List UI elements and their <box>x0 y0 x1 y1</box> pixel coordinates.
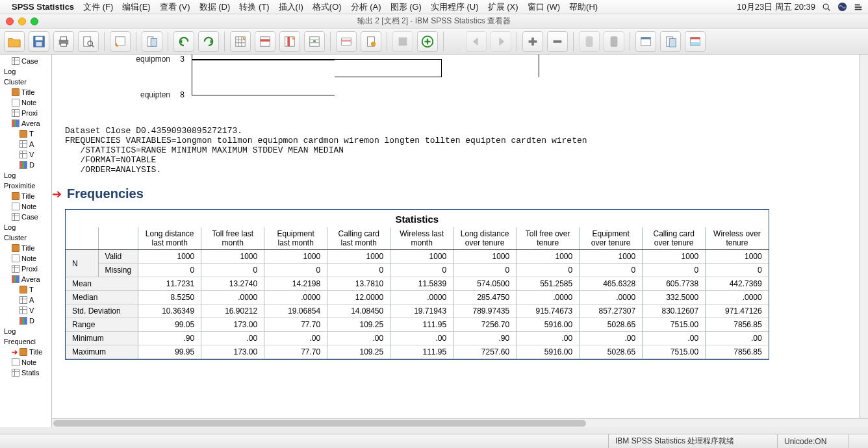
menu-item[interactable]: 分析 (A) <box>351 1 381 13</box>
redo-button[interactable] <box>198 31 219 52</box>
menu-item[interactable]: 转换 (T) <box>239 1 269 13</box>
outline-item[interactable]: Note <box>0 201 51 212</box>
svg-rect-32 <box>611 36 618 46</box>
outline-item[interactable]: Cluster <box>0 77 51 87</box>
menu-item[interactable]: 插入(I) <box>279 1 303 13</box>
outline-item[interactable]: Note <box>0 97 51 108</box>
open-button[interactable] <box>4 31 25 52</box>
vertical-scrollbar[interactable] <box>859 55 868 418</box>
run-button[interactable] <box>685 31 706 52</box>
expand-button[interactable] <box>522 31 543 52</box>
svg-rect-11 <box>60 43 66 46</box>
table-row: Mean11.723113.274014.219813.781011.58395… <box>66 277 769 291</box>
siri-icon[interactable] <box>837 2 847 12</box>
outline-item[interactable]: A <box>0 139 51 149</box>
menu-item[interactable]: 编辑(E) <box>122 1 150 13</box>
menu-item[interactable]: 窗口 (W) <box>528 1 561 13</box>
goto-case-button[interactable] <box>255 31 275 52</box>
menu-item[interactable]: 查看 (V) <box>160 1 190 13</box>
outline-item[interactable]: Note <box>0 253 51 264</box>
menu-item[interactable]: 数据 (D) <box>199 1 231 13</box>
outline-item[interactable]: Log <box>0 326 51 336</box>
goto-data-button[interactable] <box>230 31 251 52</box>
outline-item[interactable]: Log <box>0 66 51 77</box>
svg-rect-20 <box>261 39 270 42</box>
statistics-table[interactable]: Statistics Long distance last monthToll … <box>65 209 769 360</box>
outline-item[interactable]: Case <box>0 56 51 66</box>
outline-label: Log <box>4 327 16 335</box>
outline-label: V <box>29 151 34 158</box>
goto-variable-button[interactable] <box>279 31 300 52</box>
syntax-button[interactable] <box>660 31 681 52</box>
recall-dialog-button[interactable] <box>110 31 131 52</box>
outline-item[interactable]: Case <box>0 212 51 222</box>
collapse-button[interactable] <box>547 31 568 52</box>
cell-value: 0 <box>264 264 327 277</box>
insert-button[interactable] <box>304 31 325 52</box>
undo-button[interactable] <box>173 31 194 52</box>
document-button[interactable] <box>361 31 381 52</box>
svg-rect-17 <box>151 38 157 46</box>
outline-item[interactable]: V <box>0 305 51 316</box>
outline-label: Log <box>4 68 16 75</box>
preview-button[interactable] <box>78 31 99 52</box>
menu-item[interactable]: 扩展 (X) <box>488 1 518 13</box>
cell-value: 13.7810 <box>327 277 390 291</box>
outline-item[interactable]: Cluster <box>0 232 51 243</box>
svg-rect-4 <box>855 6 862 8</box>
outline-item[interactable]: Avera <box>0 118 51 129</box>
print-button[interactable] <box>53 31 74 52</box>
outline-item[interactable]: Title <box>0 243 51 253</box>
zoom-window-button[interactable] <box>31 18 38 25</box>
cell-value: 111.95 <box>390 345 453 359</box>
outline-item[interactable]: Title <box>0 87 51 97</box>
menu-item[interactable]: 文件 (F) <box>83 1 113 13</box>
outline-item[interactable]: Title <box>0 191 51 201</box>
cell-value: 11.7231 <box>138 277 201 291</box>
outline-item[interactable]: Proxi <box>0 108 51 118</box>
outline-item[interactable]: D <box>0 316 51 326</box>
demote-button[interactable] <box>604 31 624 52</box>
outline-item[interactable]: Note <box>0 357 51 367</box>
menu-item[interactable]: 格式(O) <box>313 1 342 13</box>
outline-item[interactable]: Frequenci <box>0 336 51 347</box>
cell-value: 5028.65 <box>580 318 643 332</box>
table-row: Missing0000000000 <box>66 264 769 277</box>
promote-button[interactable] <box>579 31 600 52</box>
spotlight-icon[interactable] <box>822 3 831 12</box>
outline-item[interactable]: ➔Title <box>0 347 51 357</box>
output-viewer[interactable]: equipmon 3 equipten 8 <box>52 55 859 418</box>
outline-item[interactable]: Avera <box>0 274 51 284</box>
outline-item[interactable]: T <box>0 284 51 295</box>
cell-value: 8.5250 <box>138 291 201 305</box>
cell-value: 77.70 <box>264 345 327 359</box>
book-icon <box>19 348 27 356</box>
outline-item[interactable]: Proximitie <box>0 180 51 191</box>
menu-item[interactable]: 图形 (G) <box>390 1 422 13</box>
outline-item[interactable]: D <box>0 160 51 170</box>
horizontal-scrollbar[interactable] <box>52 418 868 427</box>
cell-value: 173.00 <box>201 318 264 332</box>
add-button[interactable] <box>417 31 438 52</box>
menu-item[interactable]: 实用程序 (U) <box>431 1 479 13</box>
row-label: Std. Deviation <box>66 305 138 318</box>
select-button[interactable] <box>336 31 357 52</box>
outline-item[interactable]: T <box>0 129 51 139</box>
dendro-num: 8 <box>175 90 188 99</box>
menu-item[interactable]: 帮助(H) <box>569 1 598 13</box>
outline-item[interactable]: V <box>0 149 51 160</box>
designate-window-button[interactable] <box>635 31 656 52</box>
app-name[interactable]: SPSS Statistics <box>12 2 74 12</box>
outline-item[interactable]: Log <box>0 222 51 232</box>
outline-item[interactable]: Proxi <box>0 264 51 274</box>
notifications-icon[interactable] <box>854 3 863 12</box>
save-button[interactable] <box>29 31 49 52</box>
outline-item[interactable]: Statis <box>0 367 51 378</box>
outline-item[interactable]: Log <box>0 170 51 180</box>
outline-item[interactable]: A <box>0 295 51 305</box>
export-button[interactable] <box>142 31 162 52</box>
outline-pane[interactable]: CaseLogClusterTitleNoteProxiAveraTAVDLog… <box>0 55 52 427</box>
minimize-window-button[interactable] <box>18 18 26 25</box>
close-window-button[interactable] <box>6 18 14 25</box>
book-icon <box>19 286 27 293</box>
